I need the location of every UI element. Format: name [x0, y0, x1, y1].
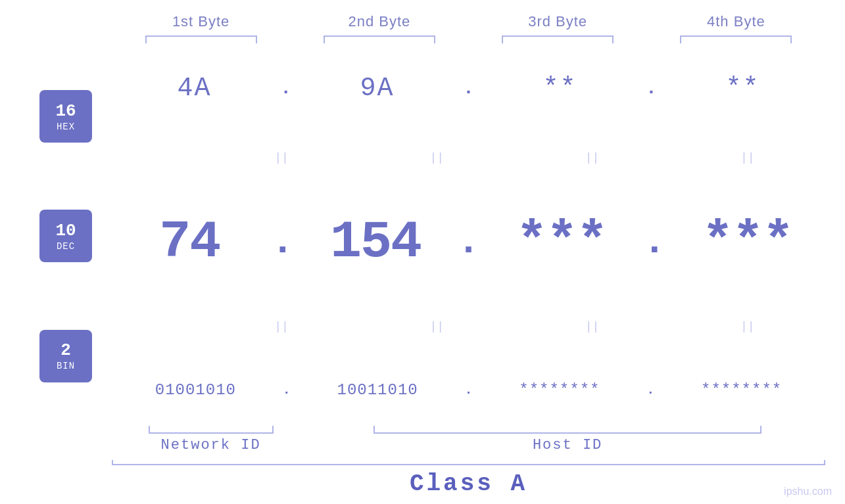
bracket1-line: [145, 35, 257, 43]
hex-badge-number: 16: [55, 101, 76, 122]
dec-b1-group: 74: [112, 212, 268, 272]
dec-badge-number: 10: [55, 221, 76, 241]
dec-dot2: .: [456, 219, 480, 264]
sep2-b2: ||: [359, 320, 514, 333]
network-bracket-line: [149, 426, 274, 434]
sep2-b1: ||: [204, 320, 359, 333]
id-section: Network ID Host ID: [0, 426, 845, 453]
bin-badge-number: 2: [60, 340, 71, 361]
host-bracket-container: [310, 426, 825, 434]
bin-b4: ********: [701, 381, 782, 399]
bracket3-line: [502, 35, 614, 43]
class-bracket-line: [112, 460, 825, 465]
hex-b3-group: **: [477, 74, 642, 103]
dec-b3: ***: [516, 212, 607, 272]
top-brackets: [0, 35, 845, 43]
id-brackets-row: [112, 426, 825, 434]
hex-b1-group: 4A: [112, 74, 277, 103]
network-id-label: Network ID: [112, 437, 310, 453]
dec-b4: ***: [702, 212, 793, 272]
network-bracket-container: [112, 426, 310, 434]
bracket2: [290, 35, 468, 43]
dec-dot3: .: [642, 219, 666, 264]
hex-b2-group: 9A: [295, 74, 460, 103]
bin-b2-group: 10011010: [294, 381, 462, 399]
hex-b4: **: [725, 74, 760, 103]
bin-b1: 01001010: [155, 381, 236, 399]
class-section: Class A: [0, 460, 845, 504]
bin-row: 01001010 . 10011010 . ******** . *******…: [112, 381, 825, 399]
dec-dot1: .: [271, 219, 295, 264]
data-grid: 4A . 9A . ** . ** || || || ||: [112, 50, 825, 423]
bin-b4-group: ********: [658, 381, 825, 399]
bin-b3-group: ********: [476, 381, 644, 399]
id-labels-row: Network ID Host ID: [112, 437, 825, 453]
dec-b2: 154: [330, 212, 421, 272]
class-label: Class A: [112, 470, 825, 497]
sep1-b3: ||: [515, 151, 670, 164]
bracket3: [469, 35, 647, 43]
sep1-b2: ||: [359, 151, 514, 164]
bin-badge: 2 BIN: [39, 330, 92, 382]
hex-row: 4A . 9A . ** . **: [112, 74, 825, 103]
sep1-b1: ||: [204, 151, 359, 164]
sep2-b4: ||: [670, 320, 825, 333]
dec-b3-group: ***: [484, 212, 640, 272]
dec-b1: 74: [159, 212, 220, 272]
hex-b2: 9A: [360, 74, 395, 103]
bin-dot2: .: [464, 382, 472, 398]
bracket4: [647, 35, 825, 43]
dec-badge: 10 DEC: [39, 210, 92, 262]
hex-b1: 4A: [178, 74, 212, 103]
sep-row-2: || || || ||: [112, 320, 825, 333]
sep2-b3: ||: [515, 320, 670, 333]
dec-b4-group: ***: [669, 212, 825, 272]
sep1-b4: ||: [670, 151, 825, 164]
byte1-header: 1st Byte: [112, 13, 290, 30]
hex-b4-group: **: [660, 74, 825, 103]
hex-badge-label: HEX: [57, 122, 75, 132]
hex-dot1: .: [280, 78, 291, 99]
bracket4-line: [680, 35, 792, 43]
main-container: 1st Byte 2nd Byte 3rd Byte 4th Byte 16 H…: [0, 0, 845, 504]
byte2-header: 2nd Byte: [290, 13, 468, 30]
hex-badge: 16 HEX: [39, 90, 92, 143]
bin-b3: ********: [519, 381, 600, 399]
sep-row-1: || || || ||: [112, 151, 825, 164]
dec-badge-label: DEC: [57, 241, 75, 252]
bracket1: [112, 35, 290, 43]
badge-column: 16 HEX 10 DEC 2 BIN: [20, 50, 112, 423]
bin-b2: 10011010: [337, 381, 418, 399]
bin-b1-group: 01001010: [112, 381, 279, 399]
byte-headers: 1st Byte 2nd Byte 3rd Byte 4th Byte: [0, 0, 845, 30]
hex-dot3: .: [646, 78, 657, 99]
host-bracket-line: [374, 426, 761, 434]
byte4-header: 4th Byte: [647, 13, 825, 30]
content-area: 16 HEX 10 DEC 2 BIN 4A . 9A: [0, 50, 845, 423]
bin-badge-label: BIN: [57, 361, 75, 371]
watermark: ipshu.com: [784, 486, 832, 497]
dec-b2-group: 154: [298, 212, 454, 272]
hex-b3: **: [543, 74, 577, 103]
bracket2-line: [324, 35, 435, 43]
bin-dot1: .: [283, 382, 291, 398]
host-id-label: Host ID: [310, 437, 825, 453]
hex-dot2: .: [463, 78, 474, 99]
byte3-header: 3rd Byte: [469, 13, 647, 30]
bin-dot3: .: [646, 382, 654, 398]
dec-row: 74 . 154 . *** . ***: [112, 212, 825, 272]
